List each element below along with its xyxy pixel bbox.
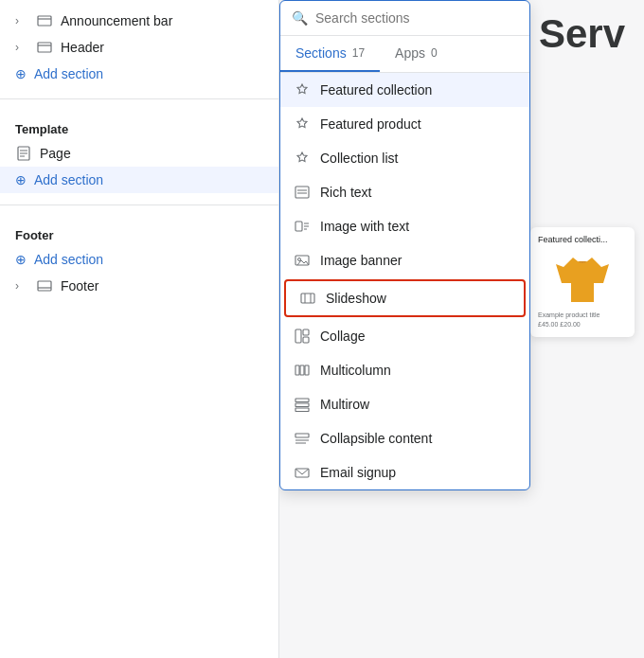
collapsible-content-icon: [294, 431, 311, 446]
sidebar-item-header[interactable]: › Header: [0, 34, 278, 61]
sidebar-item-page[interactable]: Page: [0, 140, 278, 167]
section-label: Slideshow: [326, 291, 386, 306]
svg-rect-10: [295, 187, 309, 198]
main-area: Serv 🔍 Sections 17 Apps 0: [279, 0, 644, 658]
section-item-rich-text[interactable]: Rich text: [280, 175, 529, 209]
sections-list: Featured collection Featured product Col…: [280, 73, 529, 489]
section-label: Collage: [320, 329, 365, 344]
section-item-image-with-text[interactable]: Image with text: [280, 209, 529, 243]
section-item-collapsible-content[interactable]: Collapsible content: [280, 421, 529, 455]
section-item-featured-product[interactable]: Featured product: [280, 107, 529, 141]
product-name: Example product title: [538, 311, 599, 320]
template-label: Template: [0, 111, 278, 140]
section-label: Multicolumn: [320, 363, 391, 378]
featured-product-icon: [294, 116, 311, 132]
footer-label: Footer: [0, 217, 278, 246]
sidebar-item-label: Add section: [34, 252, 103, 267]
section-item-multicolumn[interactable]: Multicolumn: [280, 353, 529, 387]
sidebar-item-label: Add section: [34, 172, 103, 187]
sidebar-item-label: Footer: [61, 278, 98, 293]
sidebar-item-label: Page: [40, 146, 71, 161]
section-item-collection-list[interactable]: Collection list: [280, 141, 529, 175]
svg-rect-22: [295, 329, 301, 343]
sidebar-add-section-2[interactable]: ⊕ Add section: [0, 167, 278, 193]
chevron-icon: ›: [15, 279, 28, 293]
tab-sections[interactable]: Sections 17: [280, 36, 380, 72]
multirow-icon: [294, 397, 311, 412]
section-label: Collapsible content: [320, 431, 432, 446]
svg-rect-23: [303, 329, 309, 335]
sidebar-item-announcement-bar[interactable]: › Announcement bar: [0, 8, 278, 34]
search-input[interactable]: [315, 10, 518, 26]
plus-icon: ⊕: [15, 66, 27, 81]
section-item-multirow[interactable]: Multirow: [280, 387, 529, 421]
featured-collection-icon: [294, 82, 311, 98]
preview-product-info: Example product title £45.00 £20.00: [538, 311, 599, 329]
svg-rect-24: [303, 337, 309, 343]
announcement-bar-icon: [36, 13, 53, 28]
page-icon: [15, 146, 32, 161]
section-label: Collection list: [320, 151, 398, 166]
slideshow-icon: [299, 291, 316, 306]
section-label: Multirow: [320, 397, 369, 412]
svg-rect-30: [295, 408, 309, 412]
tabs-row: Sections 17 Apps 0: [280, 36, 529, 73]
plus-icon: ⊕: [15, 172, 27, 187]
plus-icon: ⊕: [15, 252, 27, 267]
image-banner-icon: [294, 253, 311, 268]
sidebar-add-section-3[interactable]: ⊕ Add section: [0, 246, 278, 273]
svg-point-18: [298, 258, 301, 261]
product-price: £45.00 £20.00: [538, 320, 599, 329]
section-label: Image with text: [320, 219, 409, 234]
divider-1: [0, 98, 278, 99]
tab-apps[interactable]: Apps 0: [380, 36, 453, 72]
image-with-text-icon: [294, 219, 311, 234]
sidebar-group-footer: Footer ⊕ Add section › Footer: [0, 209, 278, 307]
section-item-slideshow[interactable]: Slideshow: [284, 279, 526, 317]
page-title: Serv: [539, 11, 625, 57]
search-icon: 🔍: [292, 10, 308, 26]
sidebar-group-1: › Announcement bar › Header ⊕ Add sectio…: [0, 0, 278, 95]
svg-marker-35: [556, 258, 609, 302]
svg-rect-31: [295, 434, 309, 437]
sidebar-add-section-1[interactable]: ⊕ Add section: [0, 61, 278, 87]
svg-rect-26: [300, 365, 304, 375]
preview-card: Featured collecti... Example product tit…: [530, 227, 635, 337]
svg-rect-29: [295, 403, 309, 407]
section-item-featured-collection[interactable]: Featured collection: [280, 73, 529, 107]
footer-icon: [36, 278, 53, 293]
svg-rect-25: [295, 365, 299, 375]
section-item-email-signup[interactable]: Email signup: [280, 455, 529, 489]
section-item-collage[interactable]: Collage: [280, 319, 529, 353]
svg-rect-13: [295, 222, 302, 231]
section-label: Featured product: [320, 116, 421, 132]
rich-text-icon: [294, 185, 311, 200]
section-label: Email signup: [320, 465, 396, 480]
tab-apps-label: Apps: [395, 45, 425, 61]
svg-rect-27: [305, 365, 309, 375]
chevron-icon: ›: [15, 41, 28, 54]
sidebar-item-label: Add section: [34, 66, 103, 81]
tab-sections-count: 17: [352, 46, 365, 60]
preview-product: Example product title £45.00 £20.00: [538, 250, 627, 329]
shirt-icon: [554, 250, 611, 307]
section-label: Rich text: [320, 185, 371, 200]
email-signup-icon: [294, 465, 311, 480]
svg-rect-19: [301, 293, 314, 303]
collage-icon: [294, 329, 311, 344]
header-icon: [36, 40, 53, 55]
preview-title: Featured collecti...: [538, 235, 627, 244]
tab-apps-count: 0: [431, 46, 438, 60]
sections-dropdown: 🔍 Sections 17 Apps 0 Featured collection: [279, 0, 530, 490]
svg-rect-28: [295, 399, 309, 402]
sidebar-item-footer[interactable]: › Footer: [0, 273, 278, 299]
section-item-image-banner[interactable]: Image banner: [280, 243, 529, 277]
section-label: Featured collection: [320, 82, 432, 98]
svg-rect-0: [38, 16, 51, 26]
multicolumn-icon: [294, 363, 311, 378]
svg-rect-17: [295, 256, 309, 265]
sidebar-item-label: Announcement bar: [61, 13, 172, 28]
svg-rect-2: [38, 43, 51, 52]
sidebar-group-template: Template Page ⊕ Add section: [0, 103, 278, 201]
section-label: Image banner: [320, 253, 402, 268]
